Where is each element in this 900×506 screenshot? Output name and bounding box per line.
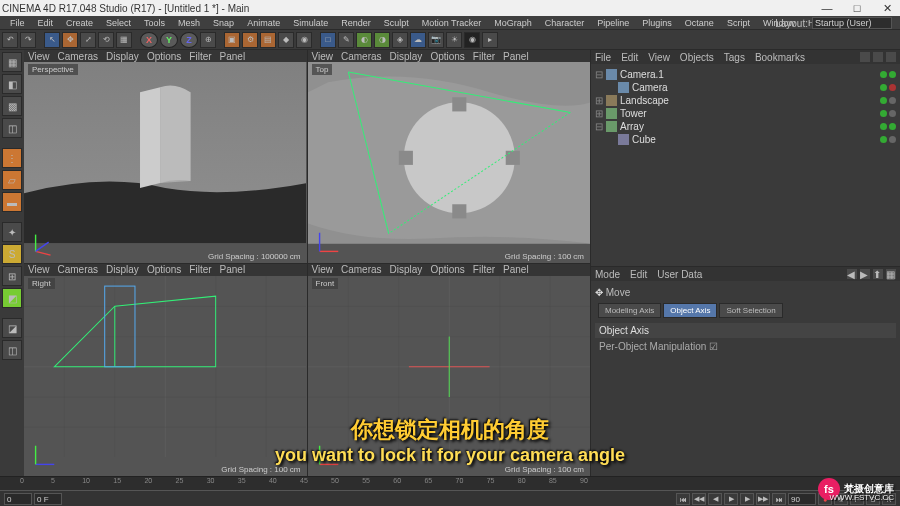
move-tool-icon[interactable]: ✥ xyxy=(62,32,78,48)
locked-workplane-icon[interactable]: ◪ xyxy=(2,318,22,338)
menu-simulate[interactable]: Simulate xyxy=(287,18,334,28)
pen-tool-icon[interactable]: ✎ xyxy=(338,32,354,48)
tree-item-name[interactable]: Array xyxy=(620,121,877,132)
vp-display[interactable]: Display xyxy=(106,264,139,275)
vp-filter[interactable]: Filter xyxy=(189,264,211,275)
menu-tools[interactable]: Tools xyxy=(138,18,171,28)
obj-tab-bookmarks[interactable]: Bookmarks xyxy=(755,52,805,63)
attr-row[interactable]: Per-Object Manipulation ☑ xyxy=(595,338,896,355)
cube-primitive-icon[interactable]: □ xyxy=(320,32,336,48)
tree-item-name[interactable]: Camera xyxy=(632,82,877,93)
tree-item-name[interactable]: Landscape xyxy=(620,95,877,106)
tl-goto-end-icon[interactable]: ⏭ xyxy=(772,493,786,505)
workplane-icon[interactable]: ◫ xyxy=(2,118,22,138)
menu-mograph[interactable]: MoGraph xyxy=(488,18,538,28)
panel-icon[interactable] xyxy=(886,52,896,62)
object-tree[interactable]: ⊟Camera.1Camera⊞Landscape⊞Tower⊟ArrayCub… xyxy=(591,64,900,150)
maximize-button[interactable]: □ xyxy=(846,1,868,15)
edges-mode-icon[interactable]: ▱ xyxy=(2,170,22,190)
expand-icon[interactable]: ⊞ xyxy=(595,95,603,106)
tl-start[interactable] xyxy=(4,493,32,505)
menu-octane[interactable]: Octane xyxy=(679,18,720,28)
workplane-snap-icon[interactable]: ◩ xyxy=(2,288,22,308)
octane-icon[interactable]: ◉ xyxy=(464,32,480,48)
tl-next-key-icon[interactable]: ▶▶ xyxy=(756,493,770,505)
tl-prev-key-icon[interactable]: ◀◀ xyxy=(692,493,706,505)
tool-icon-3[interactable]: ▸ xyxy=(482,32,498,48)
rotate-tool-icon[interactable]: ⟲ xyxy=(98,32,114,48)
panel-icon[interactable]: ▶ xyxy=(860,269,870,279)
menu-create[interactable]: Create xyxy=(60,18,99,28)
viewport-perspective[interactable]: View Cameras Display Options Filter Pane… xyxy=(24,50,307,263)
redo-icon[interactable]: ↷ xyxy=(20,32,36,48)
attr-tab-userdata[interactable]: User Data xyxy=(657,269,702,280)
obj-tab-tags[interactable]: Tags xyxy=(724,52,745,63)
tree-row[interactable]: ⊞Tower xyxy=(595,107,896,120)
minimize-button[interactable]: — xyxy=(816,1,838,15)
visibility-dot[interactable] xyxy=(889,110,896,117)
attr-tab-mode[interactable]: Mode xyxy=(595,269,620,280)
vp-options[interactable]: Options xyxy=(147,51,181,62)
menu-animate[interactable]: Animate xyxy=(241,18,286,28)
tl-next-frame-icon[interactable]: ▶ xyxy=(740,493,754,505)
tree-row[interactable]: ⊟Camera.1 xyxy=(595,68,896,81)
panel-icon[interactable] xyxy=(873,52,883,62)
obj-tab-objects[interactable]: Objects xyxy=(680,52,714,63)
tree-row[interactable]: Cube xyxy=(595,133,896,146)
tl-current[interactable] xyxy=(34,493,62,505)
vp-view[interactable]: View xyxy=(28,264,50,275)
timeline-ruler[interactable]: 051015202530354045505560657075808590 xyxy=(0,477,900,491)
vp-view[interactable]: View xyxy=(312,264,334,275)
deformer-icon[interactable]: ◈ xyxy=(392,32,408,48)
layout-input[interactable] xyxy=(812,17,892,29)
light-icon[interactable]: ☀ xyxy=(446,32,462,48)
vp-cameras[interactable]: Cameras xyxy=(341,264,382,275)
texture-mode-icon[interactable]: ▩ xyxy=(2,96,22,116)
undo-icon[interactable]: ↶ xyxy=(2,32,18,48)
vp-filter[interactable]: Filter xyxy=(473,51,495,62)
menu-plugins[interactable]: Plugins xyxy=(636,18,678,28)
menu-edit[interactable]: Edit xyxy=(32,18,60,28)
vp-cameras[interactable]: Cameras xyxy=(58,51,99,62)
obj-tab-edit[interactable]: Edit xyxy=(621,52,638,63)
render-pv-icon[interactable]: ▤ xyxy=(260,32,276,48)
vp-panel[interactable]: Panel xyxy=(503,51,529,62)
visibility-dot[interactable] xyxy=(889,84,896,91)
snap-icon[interactable]: ⊞ xyxy=(2,266,22,286)
close-button[interactable]: ✕ xyxy=(876,1,898,15)
vp-display[interactable]: Display xyxy=(390,51,423,62)
menu-motion-tracker[interactable]: Motion Tracker xyxy=(416,18,488,28)
visibility-dot[interactable] xyxy=(880,71,887,78)
obj-tab-file[interactable]: File xyxy=(595,52,611,63)
vp-panel[interactable]: Panel xyxy=(503,264,529,275)
vp-view[interactable]: View xyxy=(312,51,334,62)
points-mode-icon[interactable]: ⋮ xyxy=(2,148,22,168)
tree-row[interactable]: Camera xyxy=(595,81,896,94)
visibility-dot[interactable] xyxy=(889,97,896,104)
expand-icon[interactable]: ⊟ xyxy=(595,69,603,80)
expand-icon[interactable]: ⊞ xyxy=(595,108,603,119)
model-mode-icon[interactable]: ◧ xyxy=(2,74,22,94)
menu-mesh[interactable]: Mesh xyxy=(172,18,206,28)
tree-row[interactable]: ⊞Landscape xyxy=(595,94,896,107)
visibility-dot[interactable] xyxy=(880,110,887,117)
panel-icon[interactable]: ◀ xyxy=(847,269,857,279)
vp-filter[interactable]: Filter xyxy=(473,264,495,275)
vp-filter[interactable]: Filter xyxy=(189,51,211,62)
tool-icon-2[interactable]: ◉ xyxy=(296,32,312,48)
make-editable-icon[interactable]: ▦ xyxy=(2,52,22,72)
vp-panel[interactable]: Panel xyxy=(220,51,246,62)
attr-modeling-axis[interactable]: Modeling Axis xyxy=(598,303,661,318)
attr-tab-edit[interactable]: Edit xyxy=(630,269,647,280)
vp-options[interactable]: Options xyxy=(430,51,464,62)
menu-sculpt[interactable]: Sculpt xyxy=(378,18,415,28)
z-axis-button[interactable]: Z xyxy=(180,32,198,48)
visibility-dot[interactable] xyxy=(889,71,896,78)
viewport-top[interactable]: ViewCamerasDisplayOptionsFilterPanel Top xyxy=(308,50,591,263)
vp-display[interactable]: Display xyxy=(106,51,139,62)
scale-tool-icon[interactable]: ⤢ xyxy=(80,32,96,48)
vp-display[interactable]: Display xyxy=(390,264,423,275)
visibility-dot[interactable] xyxy=(889,123,896,130)
tool-icon-1[interactable]: ◆ xyxy=(278,32,294,48)
menu-script[interactable]: Script xyxy=(721,18,756,28)
